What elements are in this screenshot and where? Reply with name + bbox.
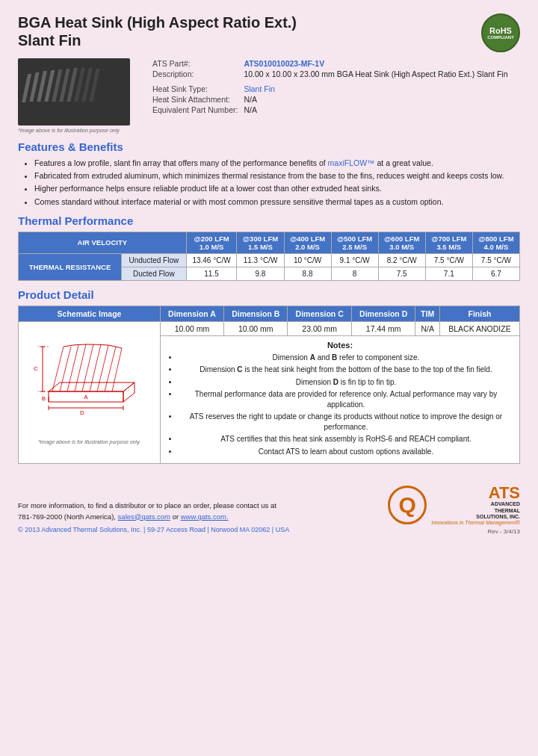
feature-item-1: Features a low profile, slant fin array … xyxy=(34,158,520,168)
notes-cell: Notes: Dimension A and B refer to compon… xyxy=(161,335,520,464)
ducted-300: 9.8 xyxy=(237,267,284,280)
ducted-400: 8.8 xyxy=(284,267,331,280)
finish-header: Finish xyxy=(439,306,519,321)
part-row: ATS Part#: ATS010010023-MF-1V xyxy=(149,58,510,69)
attachment-row: Heat Sink Attachment: N/A xyxy=(149,94,510,105)
header-section: BGA Heat Sink (High Aspect Ratio Ext.) S… xyxy=(18,13,520,52)
dim-c-header: Dimension C xyxy=(288,306,351,321)
type-label: Heat Sink Type: xyxy=(149,84,241,94)
svg-line-19 xyxy=(75,344,86,391)
dim-a-header: Dimension A xyxy=(161,306,224,321)
feature-item-2: Fabricated from extruded aluminum, which… xyxy=(34,170,520,181)
svg-line-17 xyxy=(60,347,71,391)
specs-table: ATS Part#: ATS010010023-MF-1V Descriptio… xyxy=(149,58,510,115)
thermal-performance-table: AIR VELOCITY @200 LFM1.0 M/S @300 LFM1.5… xyxy=(18,232,520,281)
ducted-700: 7.1 xyxy=(425,267,472,280)
rohs-compliant: COMPLIANT xyxy=(487,35,514,40)
tim-header: TIM xyxy=(415,306,439,321)
product-image xyxy=(18,58,130,126)
equiv-label: Equivalent Part Number: xyxy=(149,105,241,115)
col-500lfm: @500 LFM2.5 M/S xyxy=(331,232,378,253)
ats-q-circle: Q xyxy=(388,486,427,524)
ats-full-name-line3: SOLUTIONS, INC. xyxy=(431,514,520,520)
dim-b-value: 10.00 mm xyxy=(224,321,288,335)
schematic-header: Schematic Image xyxy=(19,306,161,321)
product-info-row: *Image above is for illustration purpose… xyxy=(18,58,520,133)
dim-d-header: Dimension D xyxy=(351,306,415,321)
unducted-200: 13.46 °C/W xyxy=(186,253,237,267)
ats-full-name-line1: ADVANCED xyxy=(431,501,520,507)
detail-header-row: Schematic Image Dimension A Dimension B … xyxy=(19,306,520,321)
attachment-label: Heat Sink Attachment: xyxy=(149,94,241,105)
footer-copyright: © 2013 Advanced Thermal Solutions, Inc. … xyxy=(18,525,289,536)
note-4: Thermal performance data are provided fo… xyxy=(179,389,513,409)
svg-marker-15 xyxy=(123,382,134,402)
unducted-row: THERMAL RESISTANCE Unducted Flow 13.46 °… xyxy=(19,253,520,267)
notes-title: Notes: xyxy=(167,341,513,350)
features-list: Features a low profile, slant fin array … xyxy=(18,158,520,207)
footer-contact: For more information, to find a distribu… xyxy=(18,501,289,522)
tim-value: N/A xyxy=(415,321,439,335)
title-block: BGA Heat Sink (High Aspect Ratio Ext.) S… xyxy=(18,13,297,49)
ducted-500: 8 xyxy=(331,267,378,280)
page-number: Rev - 3/4/13 xyxy=(388,528,520,535)
thermal-header-row: AIR VELOCITY @200 LFM1.0 M/S @300 LFM1.5… xyxy=(19,232,520,253)
svg-line-21 xyxy=(90,344,101,391)
schematic-svg: D C B A xyxy=(26,324,153,436)
dim-b-header: Dimension B xyxy=(224,306,288,321)
thermal-performance-table-wrap: AIR VELOCITY @200 LFM1.0 M/S @300 LFM1.5… xyxy=(18,232,520,281)
ats-tagline: Innovations in Thermal Management® xyxy=(431,520,520,525)
col-600lfm: @600 LFM3.0 M/S xyxy=(378,232,425,253)
type-row: Heat Sink Type: Slant Fin xyxy=(149,84,510,94)
ats-logo: Q ATS ADVANCED THERMAL SOLUTIONS, INC. I… xyxy=(388,485,520,525)
equiv-value: N/A xyxy=(241,105,510,115)
ducted-label: Ducted Flow xyxy=(122,267,187,280)
note-2: Dimension C is the heat sink height from… xyxy=(179,365,513,375)
unducted-label: Unducted Flow xyxy=(122,253,187,267)
unducted-700: 7.5 °C/W xyxy=(425,253,472,267)
note-7: Contact ATS to learn about custom option… xyxy=(179,447,513,457)
note-5: ATS reserves the right to update or chan… xyxy=(179,412,513,432)
footer-right: Q ATS ADVANCED THERMAL SOLUTIONS, INC. I… xyxy=(388,485,520,535)
schematic-cell: D C B A *Image above is for illustration… xyxy=(19,321,161,464)
ats-text-block: ATS ADVANCED THERMAL SOLUTIONS, INC. Inn… xyxy=(431,485,520,525)
schematic-caption: *Image above is for illustration purpose… xyxy=(22,439,157,444)
col-300lfm: @300 LFM1.5 M/S xyxy=(237,232,284,253)
product-image-block: *Image above is for illustration purpose… xyxy=(18,58,137,133)
description-row: Description: 10.00 x 10.00 x 23.00 mm BG… xyxy=(149,69,510,79)
footer-section: For more information, to find a distribu… xyxy=(18,479,520,535)
specs-block: ATS Part#: ATS010010023-MF-1V Descriptio… xyxy=(149,58,520,133)
product-detail-section-title: Product Detail xyxy=(18,288,520,301)
attachment-value: N/A xyxy=(241,94,510,105)
dim-c-value: 23.00 mm xyxy=(288,321,351,335)
svg-text:D: D xyxy=(80,409,84,416)
svg-line-16 xyxy=(52,347,64,391)
product-title: BGA Heat Sink (High Aspect Ratio Ext.) S… xyxy=(18,13,297,49)
footer-connector: or xyxy=(173,512,181,521)
col-200lfm: @200 LFM1.0 M/S xyxy=(186,232,237,253)
thermal-section-title: Thermal Performance xyxy=(18,214,520,227)
note-1: Dimension A and B refer to component siz… xyxy=(179,353,513,363)
ducted-200: 11.5 xyxy=(186,267,237,280)
dim-d-value: 17.44 mm xyxy=(351,321,415,335)
maxiflow-link[interactable]: maxiFLOW™ xyxy=(328,158,375,167)
rohs-badge: RoHS COMPLIANT xyxy=(481,13,520,52)
note-6: ATS certifies that this heat sink assemb… xyxy=(179,434,513,444)
part-label: ATS Part#: xyxy=(149,58,241,69)
footer-website-link[interactable]: www.qats.com. xyxy=(181,512,229,521)
footer-email-link[interactable]: sales@qats.com xyxy=(118,512,170,521)
svg-rect-1 xyxy=(22,74,31,102)
ducted-800: 6.7 xyxy=(472,267,519,280)
ducted-600: 7.5 xyxy=(378,267,425,280)
col-800lfm: @800 LFM4.0 M/S xyxy=(472,232,519,253)
svg-text:B: B xyxy=(41,395,45,402)
svg-line-20 xyxy=(82,344,93,391)
thermal-resistance-label: THERMAL RESISTANCE xyxy=(19,253,122,280)
unducted-300: 11.3 °C/W xyxy=(237,253,284,267)
rohs-text: RoHS xyxy=(489,26,512,35)
unducted-500: 9.1 °C/W xyxy=(331,253,378,267)
product-detail-table: Schematic Image Dimension A Dimension B … xyxy=(18,306,520,465)
ats-letters: ATS xyxy=(431,485,520,501)
image-caption: *Image above is for illustration purpose… xyxy=(18,128,137,133)
feature-item-3: Higher performance helps ensure reliable… xyxy=(34,183,520,193)
